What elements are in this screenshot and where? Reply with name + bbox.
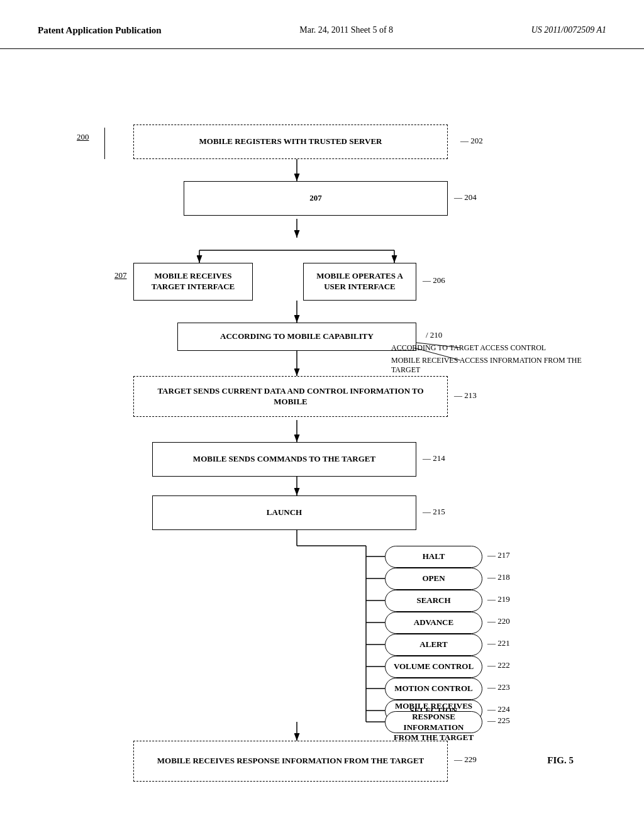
ref-214: — 214 [423, 453, 445, 463]
cmd-launch: HALT [385, 546, 482, 568]
ref-222: — 222 [487, 660, 510, 670]
ref-221: — 221 [487, 638, 510, 648]
ref-229: — 229 [454, 755, 477, 765]
box-207: MOBILE RECEIVES TARGET INTERFACE [133, 263, 253, 301]
page-header: Patent Application Publication Mar. 24, … [0, 0, 644, 49]
note-target-access: MOBILE RECEIVES ACCESS INFORMATION FROM … [391, 356, 592, 375]
cmd-open: SEARCH [385, 590, 482, 612]
cmd-advance: ALERT [385, 634, 482, 656]
cmd-search: ADVANCE [385, 612, 482, 634]
ref-206: — 206 [423, 275, 445, 285]
box-204: 207 [184, 181, 448, 216]
header-center: Mar. 24, 2011 Sheet 5 of 8 [299, 25, 393, 35]
box-210: ACCORDING TO MOBILE CAPABILITY [177, 323, 416, 351]
box-206: MOBILE OPERATES A USER INTERFACE [303, 263, 416, 301]
header-left: Patent Application Publication [38, 25, 162, 36]
figure-label: FIG. 5 [547, 755, 574, 766]
note-mobile-capability: ACCORDING TO TARGET ACCESS CONTROL [391, 343, 546, 353]
ref-217: — 217 [487, 550, 510, 560]
box-214: MOBILE SENDS COMMANDS TO THE TARGET [152, 442, 416, 477]
box-202: MOBILE REGISTERS WITH TRUSTED SERVER [133, 124, 448, 159]
ref-207: 207 [114, 270, 127, 280]
cmd-selection: MOBILE RECEIVES RESPONSE INFORMATION FRO… [385, 711, 482, 733]
ref-204: — 204 [454, 192, 477, 202]
ref-224: — 224 [487, 704, 510, 714]
cmd-halt: OPEN [385, 568, 482, 590]
ref-215: — 215 [423, 507, 445, 517]
box-215: LAUNCH [152, 495, 416, 530]
cmd-volume: MOTION CONTROL [385, 678, 482, 700]
diagram-area: 200 MOBILE REGISTERS WITH TRUSTED SERVER… [52, 87, 592, 778]
cmd-alert: VOLUME CONTROL [385, 656, 482, 678]
header-right: US 2011/0072509 A1 [531, 25, 606, 35]
ref-219: — 219 [487, 594, 510, 604]
box-229: MOBILE RECEIVES RESPONSE INFORMATION FRO… [133, 741, 448, 782]
ref-202: — 202 [460, 136, 483, 146]
ref-200-bracket [86, 128, 105, 159]
ref-210: / 210 [426, 330, 442, 340]
ref-225: — 225 [487, 716, 510, 726]
ref-223: — 223 [487, 682, 510, 692]
ref-218: — 218 [487, 572, 510, 582]
box-213: TARGET SENDS CURRENT DATA AND CONTROL IN… [133, 376, 448, 417]
ref-213: — 213 [454, 390, 477, 401]
ref-220: — 220 [487, 616, 510, 626]
